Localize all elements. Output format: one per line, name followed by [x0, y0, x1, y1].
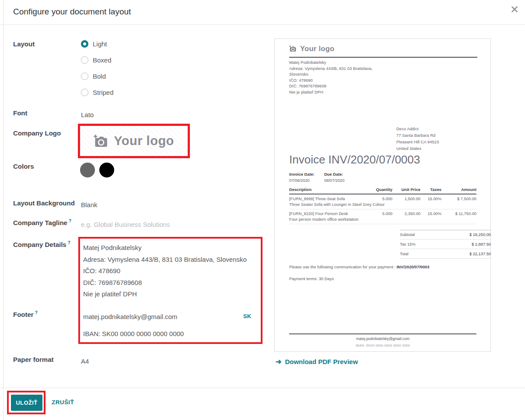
company-details-line: Nie je platiteľ DPH	[83, 288, 247, 300]
row-unit-price: 1,500.00	[392, 197, 420, 201]
document-layout-dialog: Configure your document layout ✕ Layout …	[0, 0, 525, 420]
preview-invoice-title: Invoice INV/2020/07/0003	[289, 153, 420, 167]
dialog-left-border	[3, 0, 4, 420]
paper-format-select[interactable]: A4	[81, 358, 89, 365]
row-taxes: 15.00%	[420, 212, 441, 216]
radio-label[interactable]: Light	[93, 40, 107, 48]
footer-divider	[0, 388, 525, 388]
row-description: Four person modern office workstation	[289, 217, 476, 222]
row-description: Three Seater Sofa with Lounger in Steel …	[289, 202, 476, 207]
preview-header-rule	[289, 57, 477, 58]
save-button[interactable]: ULOŽIŤ	[11, 395, 42, 411]
radio-label[interactable]: Striped	[93, 89, 114, 96]
preview-logo: Your logo	[289, 45, 334, 53]
radio-layout-bold[interactable]: Bold	[81, 73, 106, 80]
logo-placeholder-text: Your logo	[114, 134, 174, 148]
totals-total: Total $ 22,137.50	[400, 249, 491, 259]
radio-label[interactable]: Bold	[93, 73, 106, 80]
company-tagline-input[interactable]: e.g. Global Business Solutions	[81, 221, 170, 228]
payment-reference: INV/2020/07/0003	[396, 265, 429, 269]
footer-textarea-iban[interactable]: IBAN: SK00 0000 0000 0000 0000	[83, 330, 184, 337]
preview-customer-line: Pleasant Hill CA 94523	[396, 139, 439, 146]
layout-background-select[interactable]: Blank	[81, 201, 98, 208]
row-amount: $ 7,500.00	[441, 197, 476, 201]
color-swatch-primary[interactable]	[80, 163, 95, 177]
camera-plus-icon	[94, 135, 108, 148]
preview-footer-rule	[289, 333, 476, 334]
radio-unchecked-icon[interactable]	[81, 73, 88, 80]
radio-checked-icon[interactable]	[81, 40, 88, 48]
totals-tax: Tax 15% $ 2,887.50	[400, 240, 491, 249]
preview-company-line: Adresa: Vymyslena 443/B, 831 03 Bratisla…	[289, 66, 373, 72]
preview-payment-terms: Payment terms: 30 Days	[289, 277, 334, 281]
radio-layout-boxed[interactable]: Boxed	[81, 56, 112, 64]
radio-layout-light[interactable]: Light	[81, 40, 107, 48]
due-date-col: Due Date: 08/07/2020	[324, 172, 345, 183]
company-details-line: DIČ: 769876789608	[83, 277, 247, 289]
colors-label: Colors	[13, 163, 34, 170]
header-amount: Amount	[441, 187, 476, 192]
font-label: Font	[13, 109, 27, 117]
row-name: [FURN_8999] Three-Seat Sofa	[289, 197, 370, 201]
row-quantity: 5.000	[370, 197, 392, 201]
row-amount: $ 11,750.00	[441, 212, 476, 216]
footer-language-tab[interactable]: SK	[243, 313, 251, 319]
totals-label: Subtotal	[400, 233, 415, 237]
close-icon[interactable]: ✕	[510, 4, 519, 15]
help-icon: ?	[68, 240, 70, 245]
totals-subtotal: Subtotal $ 19,250.00	[400, 230, 491, 240]
company-details-textarea[interactable]: Matej Podnikatelsky Adresa: Vymyslena 44…	[83, 242, 247, 300]
layout-label: Layout	[13, 40, 35, 48]
invoice-date-value: 07/08/2020	[289, 178, 315, 183]
preview-totals: Subtotal $ 19,250.00 Tax 15% $ 2,887.50 …	[400, 230, 491, 259]
cancel-button[interactable]: ZRUŠIŤ	[52, 399, 74, 406]
preview-customer-line: Deco Addict	[396, 126, 439, 132]
totals-value: $ 19,250.00	[469, 233, 491, 237]
download-pdf-preview-label: Download PDF Preview	[285, 358, 358, 365]
layout-background-label: Layout Background	[13, 199, 75, 207]
preview-company-line: Matej Podnikatelsky	[289, 60, 373, 66]
row-taxes: 15.00%	[420, 197, 441, 201]
header-quantity: Quantity	[370, 187, 392, 192]
font-select[interactable]: Lato	[81, 111, 94, 118]
preview-customer-block: Deco Addict 77 Santa Barbara Rd Pleasant…	[396, 126, 439, 152]
radio-unchecked-icon[interactable]	[81, 89, 88, 96]
row-quantity: 5.000	[370, 212, 392, 216]
table-row: [FURN_8220] Four Person Desk 5.000 2,350…	[289, 209, 476, 224]
company-logo-label: Company Logo	[13, 129, 61, 137]
company-logo-upload[interactable]: Your logo	[80, 126, 188, 156]
radio-label[interactable]: Boxed	[93, 56, 112, 64]
totals-label: Tax 15%	[400, 242, 416, 246]
dialog-header: Configure your document layout ✕	[0, 0, 525, 25]
color-swatch-secondary[interactable]	[99, 163, 114, 177]
help-icon: ?	[35, 310, 38, 315]
company-details-label: Company Details?	[13, 240, 70, 248]
company-details-line: IČO: 478690	[83, 265, 247, 277]
preview-company-line: IČO: 478690	[289, 78, 373, 84]
row-name: [FURN_8220] Four Person Desk	[289, 212, 370, 216]
header-unit-price: Unit Price	[392, 187, 420, 192]
header-description: Description	[289, 187, 370, 192]
due-date-value: 08/07/2020	[324, 178, 345, 183]
footer-textarea-email[interactable]: matej.podnikatelsky@gmail.com	[83, 313, 177, 320]
preview-company-line: Slovensko	[289, 72, 373, 78]
invoice-date-col: Invoice Date: 07/08/2020	[289, 172, 315, 183]
arrow-right-icon: ➔	[276, 358, 281, 366]
download-pdf-preview-link[interactable]: ➔ Download PDF Preview	[276, 358, 358, 366]
invoice-date-label: Invoice Date:	[289, 172, 315, 177]
totals-value: $ 2,887.50	[472, 242, 491, 246]
table-header-row: Description Quantity Unit Price Taxes Am…	[289, 187, 476, 194]
preview-logo-text: Your logo	[300, 45, 334, 53]
preview-dates: Invoice Date: 07/08/2020 Due Date: 08/07…	[289, 172, 344, 183]
company-tagline-label: Company Tagline?	[13, 219, 71, 226]
table-row: [FURN_8999] Three-Seat Sofa 5.000 1,500.…	[289, 194, 476, 209]
company-details-line: Adresa: Vymyslena 443/B, 831 03 Bratisla…	[83, 254, 247, 266]
help-icon: ?	[69, 219, 71, 223]
camera-icon	[289, 45, 297, 52]
radio-unchecked-icon[interactable]	[81, 56, 88, 64]
preview-footer-email: matej.podnikatelsky@gmail.com	[289, 337, 476, 341]
dialog-title: Configure your document layout	[13, 7, 131, 17]
preview-payment-note: Please use the following communication f…	[289, 265, 429, 269]
due-date-label: Due Date:	[324, 172, 345, 177]
radio-layout-striped[interactable]: Striped	[81, 89, 114, 96]
